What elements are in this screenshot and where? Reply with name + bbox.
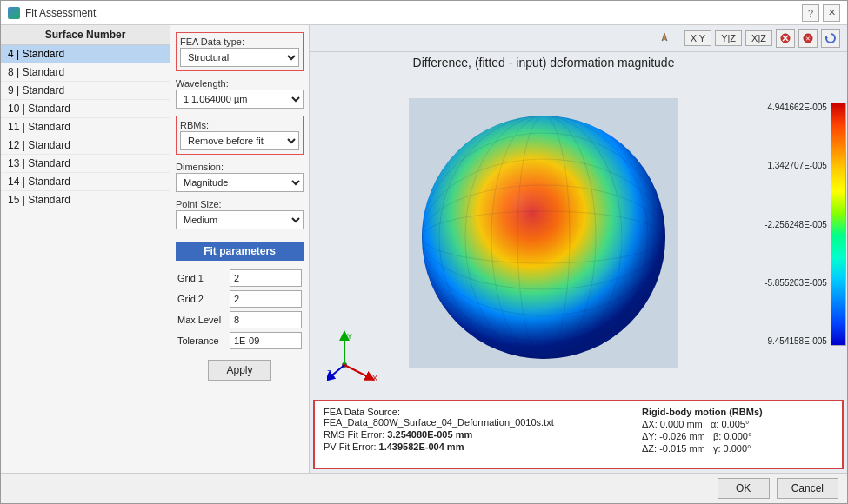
param-input[interactable] xyxy=(230,311,302,328)
rbm-value: -0.026 mm xyxy=(659,431,705,441)
param-name: Grid 2 xyxy=(176,288,228,309)
axes-indicator: Y X Z xyxy=(327,330,379,382)
wavelength-group: Wavelength: 1|1.064000 µm xyxy=(176,78,304,109)
svg-text:X: X xyxy=(372,374,377,382)
colorbar-label: 1.342707E-005 xyxy=(767,161,826,170)
surface-number-header: Surface Number xyxy=(1,25,170,45)
stop-icon[interactable] xyxy=(776,29,795,48)
surface-item[interactable]: 13 | Standard xyxy=(1,155,170,173)
dimension-select[interactable]: Magnitude X Y Z xyxy=(176,173,304,192)
colorbar-label: 4.941662E-005 xyxy=(767,103,826,112)
param-name: Max Level xyxy=(176,309,228,330)
params-table: Grid 1Grid 2Max LevelTolerance xyxy=(176,268,304,351)
bottom-right: Rigid-body motion (RBMs) ΔX: 0.000 mm α:… xyxy=(642,407,833,462)
main-content: Surface Number 4 | Standard8 | Standard9… xyxy=(1,25,847,473)
param-row: Tolerance xyxy=(176,330,304,351)
rbm-item: ΔZ: -0.015 mm γ: 0.000° xyxy=(642,443,833,454)
rms-error-line: RMS Fit Error: 3.254080E-005 mm xyxy=(324,429,624,440)
rbm-axis: ΔY: xyxy=(642,431,657,441)
colorbar-labels: 4.941662E-0051.342707E-005-2.256248E-005… xyxy=(765,103,827,346)
viz-main: Difference, (fitted - input) deformation… xyxy=(310,52,778,396)
rbm-angle-axis: α: xyxy=(711,419,718,429)
wavelength-select[interactable]: 1|1.064000 µm xyxy=(176,90,304,109)
svg-text:Y: Y xyxy=(347,332,352,341)
rbm-angle-axis: β: xyxy=(713,431,721,441)
cancel-button[interactable]: Cancel xyxy=(777,478,838,499)
rbm-axis: ΔX: xyxy=(642,419,658,429)
wavelength-label: Wavelength: xyxy=(176,78,304,89)
window-title: Fit Assessment xyxy=(25,7,96,19)
svg-marker-6 xyxy=(825,36,828,38)
rbm-header: Rigid-body motion (RBMs) xyxy=(642,407,833,417)
fea-source-line: FEA Data Source: FEA_Data_800W_Surface_0… xyxy=(324,407,624,428)
rbm-angle-axis: γ: xyxy=(713,443,721,454)
dimension-label: Dimension: xyxy=(176,162,304,172)
svg-text:✕: ✕ xyxy=(805,36,811,42)
surface-item[interactable]: 15 | Standard xyxy=(1,191,170,209)
surface-item[interactable]: 10 | Standard xyxy=(1,100,170,118)
rms-label: RMS Fit Error: xyxy=(324,429,384,440)
surface-item[interactable]: 4 | Standard xyxy=(1,45,170,63)
fea-data-type-label: FEA Data type: xyxy=(180,36,299,47)
titlebar: Fit Assessment ? ✕ xyxy=(1,1,847,25)
param-input[interactable] xyxy=(230,290,302,308)
rbm-angle-value: 0.000° xyxy=(724,443,751,454)
right-panel: X|Y Y|Z X|Z ✕ Difference, (fitted - inpu… xyxy=(310,25,847,473)
rms-value: 3.254080E-005 mm xyxy=(387,429,472,440)
svg-point-20 xyxy=(422,116,665,359)
close-button[interactable]: ✕ xyxy=(823,4,840,22)
left-panel: Surface Number 4 | Standard8 | Standard9… xyxy=(1,25,170,473)
pointer-icon[interactable] xyxy=(655,29,674,48)
rbm-angle-value: 0.000° xyxy=(724,431,751,441)
rbms-group: RBMs: Remove before fit Include in fit N… xyxy=(176,116,304,155)
fea-source-label: FEA Data Source: xyxy=(324,407,400,417)
svg-line-24 xyxy=(344,365,371,378)
sphere-visualization xyxy=(409,98,678,368)
param-row: Grid 1 xyxy=(176,268,304,288)
surface-item[interactable]: 12 | Standard xyxy=(1,136,170,155)
svg-marker-0 xyxy=(662,33,667,41)
point-size-select[interactable]: Small Medium Large xyxy=(176,210,304,229)
fea-data-type-group: FEA Data type: Structural Thermal xyxy=(176,32,304,71)
surface-list: 4 | Standard8 | Standard9 | Standard10 |… xyxy=(1,45,170,473)
point-size-label: Point Size: xyxy=(176,199,304,209)
help-button[interactable]: ? xyxy=(802,4,819,22)
pv-value: 1.439582E-004 mm xyxy=(379,441,464,452)
rbm-item: ΔY: -0.026 mm β: 0.000° xyxy=(642,431,833,441)
middle-panel: FEA Data type: Structural Thermal Wavele… xyxy=(170,25,310,473)
param-row: Max Level xyxy=(176,309,304,330)
param-row: Grid 2 xyxy=(176,288,304,309)
rbms-label: RBMs: xyxy=(180,120,299,130)
titlebar-left: Fit Assessment xyxy=(8,7,96,19)
param-input[interactable] xyxy=(230,269,302,287)
ok-button[interactable]: OK xyxy=(718,478,770,499)
rbms-select[interactable]: Remove before fit Include in fit None xyxy=(180,131,299,150)
footer: OK Cancel xyxy=(1,473,847,503)
reset-icon[interactable]: ✕ xyxy=(798,29,818,48)
yz-view-button[interactable]: Y|Z xyxy=(715,30,742,46)
fea-data-type-select[interactable]: Structural Thermal xyxy=(180,48,299,67)
apply-button[interactable]: Apply xyxy=(208,360,270,381)
xz-view-button[interactable]: X|Z xyxy=(745,30,772,46)
surface-item[interactable]: 14 | Standard xyxy=(1,173,170,191)
rbm-item: ΔX: 0.000 mm α: 0.005° xyxy=(642,419,833,429)
refresh-icon[interactable] xyxy=(821,29,840,48)
param-input[interactable] xyxy=(230,332,302,349)
colorbar-gradient xyxy=(831,103,846,346)
surface-item[interactable]: 9 | Standard xyxy=(1,82,170,100)
rbm-value: 0.000 mm xyxy=(660,419,703,429)
fit-params-header: Fit parameters xyxy=(176,242,304,261)
xy-view-button[interactable]: X|Y xyxy=(684,30,712,46)
pv-label: PV Fit Error: xyxy=(324,441,377,452)
sphere-container: Y X Z xyxy=(310,70,778,396)
surface-item[interactable]: 11 | Standard xyxy=(1,118,170,136)
rbm-axis: ΔZ: xyxy=(642,443,657,454)
dimension-group: Dimension: Magnitude X Y Z xyxy=(176,162,304,192)
rbm-angle-value: 0.005° xyxy=(721,419,749,429)
colorbar-row: 4.941662E-0051.342707E-005-2.256248E-005… xyxy=(765,103,847,346)
app-icon xyxy=(8,7,20,19)
surface-item[interactable]: 8 | Standard xyxy=(1,63,170,82)
bottom-info-bar: FEA Data Source: FEA_Data_800W_Surface_0… xyxy=(313,400,844,469)
rbm-items: ΔX: 0.000 mm α: 0.005°ΔY: -0.026 mm β: 0… xyxy=(642,419,833,454)
rbm-value: -0.015 mm xyxy=(659,443,705,454)
